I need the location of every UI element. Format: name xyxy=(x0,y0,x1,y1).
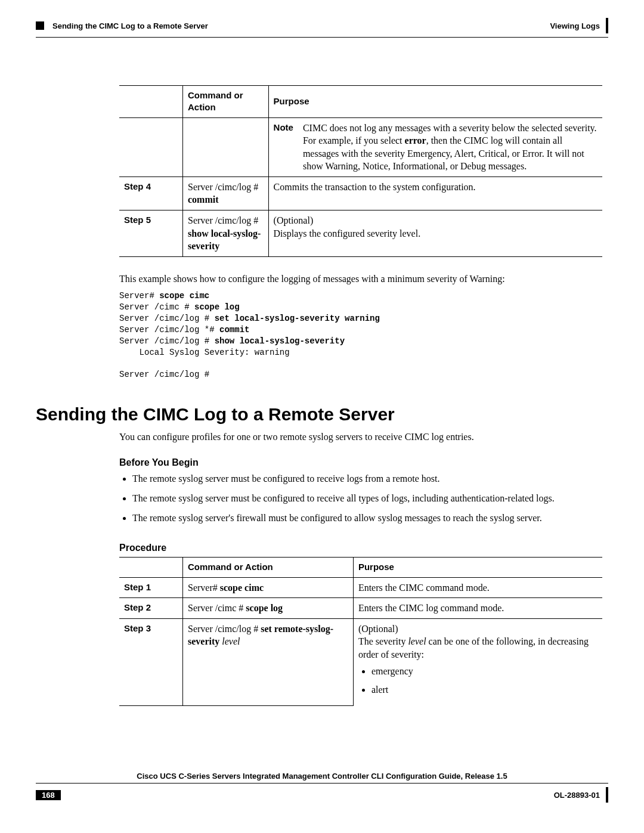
list-item: alert xyxy=(371,683,597,696)
command-cell: Server /cimc/log # commit xyxy=(183,176,269,210)
page-number: 168 xyxy=(36,790,61,800)
list-item: emergency xyxy=(371,665,597,678)
procedure-table-continued: Command or Action Purpose Note CIMC does… xyxy=(119,85,602,257)
command-cell: Server /cimc # scope log xyxy=(183,598,354,619)
step-label: Step 5 xyxy=(119,210,183,257)
list-item: The remote syslog server must be configu… xyxy=(132,491,602,505)
purpose-cell: (Optional) Displays the configured sever… xyxy=(268,210,602,257)
note-label: Note xyxy=(274,122,293,173)
command-cell: Server /cimc/log # show local-syslog-sev… xyxy=(183,210,269,257)
header-bar-icon xyxy=(606,18,608,33)
list-item: The remote syslog server must be configu… xyxy=(132,472,602,485)
purpose-cell: Commits the transaction to the system co… xyxy=(268,176,602,210)
severity-sublist: emergency alert xyxy=(358,665,597,696)
page-footer: Cisco UCS C-Series Servers Integrated Ma… xyxy=(36,772,608,803)
table-row: Step 5 Server /cimc/log # show local-sys… xyxy=(119,210,602,257)
col-step-header xyxy=(119,558,183,577)
col-step-header xyxy=(119,86,183,118)
col-purpose-header: Purpose xyxy=(353,558,602,577)
step-label: Step 3 xyxy=(119,618,183,705)
chapter-title: Viewing Logs xyxy=(550,21,600,30)
table-row-note: Note CIMC does not log any messages with… xyxy=(119,117,602,176)
running-header: Sending the CIMC Log to a Remote Server … xyxy=(36,18,608,33)
command-cell: Server# scope cimc xyxy=(183,577,354,598)
purpose-cell: Enters the CIMC command mode. xyxy=(353,577,602,598)
table-row: Step 4 Server /cimc/log # commit Commits… xyxy=(119,176,602,210)
step-label: Step 2 xyxy=(119,598,183,619)
list-item: The remote syslog server's firewall must… xyxy=(132,511,602,525)
procedure-heading: Procedure xyxy=(119,543,602,553)
col-command-header: Command or Action xyxy=(183,86,269,118)
section-intro: You can configure profiles for one or tw… xyxy=(119,431,602,444)
note-text: CIMC does not log any messages with a se… xyxy=(303,122,597,173)
table-row: Step 1 Server# scope cimc Enters the CIM… xyxy=(119,577,602,598)
section-heading: Sending the CIMC Log to a Remote Server xyxy=(36,404,608,425)
running-section-title: Sending the CIMC Log to a Remote Server xyxy=(52,21,208,30)
step-label: Step 1 xyxy=(119,577,183,598)
before-you-begin-list: The remote syslog server must be configu… xyxy=(119,472,602,525)
col-purpose-header: Purpose xyxy=(268,86,602,118)
step-label: Step 4 xyxy=(119,176,183,210)
example-intro: This example shows how to configure the … xyxy=(119,272,602,286)
purpose-cell: Enters the CIMC log command mode. xyxy=(353,598,602,619)
purpose-cell: (Optional) The severity level can be one… xyxy=(353,618,602,705)
footer-bar-icon xyxy=(606,787,608,803)
doc-id: OL-28893-01 xyxy=(554,791,600,800)
table-row: Step 3 Server /cimc/log # set remote-sys… xyxy=(119,618,602,705)
cli-example: Server# scope cimc Server /cimc # scope … xyxy=(119,290,602,380)
command-cell: Server /cimc/log # set remote-syslog-sev… xyxy=(183,618,354,705)
header-marker-icon xyxy=(36,21,44,30)
header-rule xyxy=(36,37,608,38)
book-title: Cisco UCS C-Series Servers Integrated Ma… xyxy=(36,772,608,784)
table-row: Step 2 Server /cimc # scope log Enters t… xyxy=(119,598,602,619)
procedure-table: Command or Action Purpose Step 1 Server#… xyxy=(119,557,602,706)
col-command-header: Command or Action xyxy=(183,558,354,577)
before-you-begin-heading: Before You Begin xyxy=(119,457,602,468)
